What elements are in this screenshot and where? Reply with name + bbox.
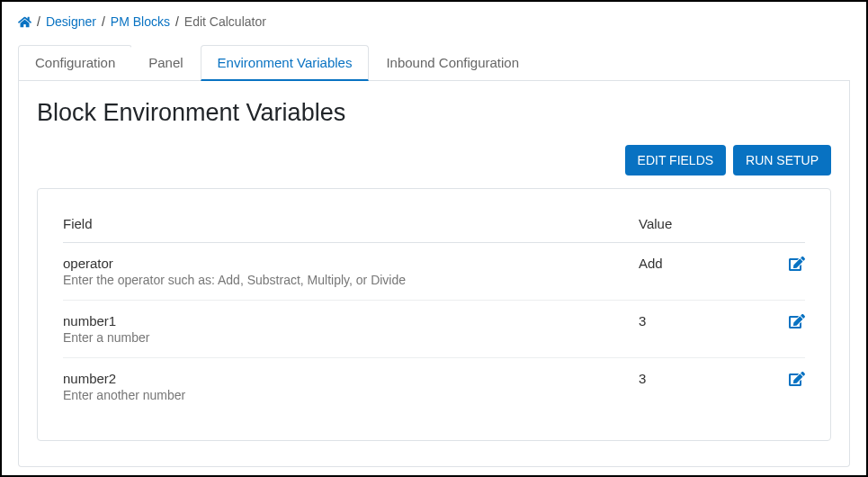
- header-field: Field: [63, 216, 639, 231]
- field-description: Enter a number: [63, 330, 639, 345]
- env-vars-panel: Field Value operator Enter the operator …: [37, 188, 831, 441]
- tab-inbound-configuration[interactable]: Inbound Configuration: [369, 45, 536, 80]
- edit-icon: [789, 256, 805, 272]
- breadcrumb: / Designer / PM Blocks / Edit Calculator: [18, 14, 850, 29]
- breadcrumb-separator: /: [175, 14, 179, 29]
- field-value: 3: [639, 371, 769, 386]
- env-vars-table: Field Value operator Enter the operator …: [63, 205, 805, 415]
- edit-icon: [789, 313, 805, 329]
- actions-row: EDIT FIELDS RUN SETUP: [37, 145, 831, 176]
- run-setup-button[interactable]: RUN SETUP: [733, 145, 831, 176]
- table-row: number1 Enter a number 3: [63, 301, 805, 358]
- tabs: Configuration Panel Environment Variable…: [18, 45, 850, 81]
- page-title: Block Environment Variables: [37, 99, 831, 127]
- edit-row-button[interactable]: [789, 256, 805, 272]
- breadcrumb-current: Edit Calculator: [184, 14, 266, 29]
- table-header: Field Value: [63, 205, 805, 243]
- field-description: Enter another number: [63, 388, 639, 402]
- field-value: Add: [639, 256, 769, 271]
- table-row: number2 Enter another number 3: [63, 358, 805, 415]
- field-value: 3: [639, 313, 769, 328]
- breadcrumb-separator: /: [102, 14, 105, 29]
- tab-panel[interactable]: Panel: [131, 45, 200, 80]
- breadcrumb-separator: /: [37, 14, 40, 29]
- edit-row-button[interactable]: [789, 371, 805, 387]
- tab-configuration[interactable]: Configuration: [18, 45, 132, 80]
- home-icon[interactable]: [18, 15, 31, 29]
- edit-icon: [789, 371, 805, 387]
- table-row: operator Enter the operator such as: Add…: [63, 243, 805, 301]
- field-name: operator: [63, 256, 639, 271]
- edit-fields-button[interactable]: EDIT FIELDS: [625, 145, 727, 176]
- tab-environment-variables[interactable]: Environment Variables: [201, 45, 370, 81]
- breadcrumb-pm-blocks[interactable]: PM Blocks: [111, 14, 170, 29]
- field-description: Enter the operator such as: Add, Substra…: [63, 273, 639, 287]
- field-name: number2: [63, 371, 639, 386]
- field-name: number1: [63, 313, 639, 328]
- breadcrumb-designer[interactable]: Designer: [46, 14, 96, 29]
- content-panel: Block Environment Variables EDIT FIELDS …: [18, 81, 850, 467]
- edit-row-button[interactable]: [789, 313, 805, 329]
- header-value: Value: [639, 216, 769, 231]
